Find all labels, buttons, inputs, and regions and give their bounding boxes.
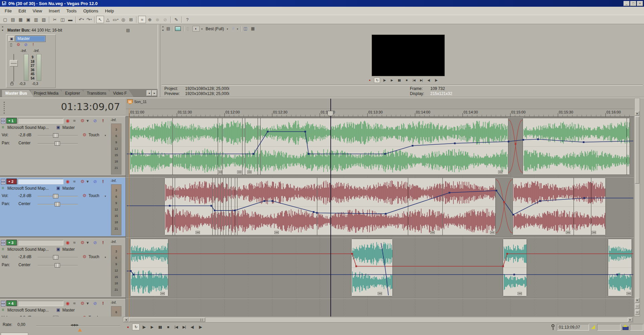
properties-button[interactable]: ▣: [24, 16, 32, 23]
pushpin-icon[interactable]: [551, 324, 554, 327]
horizontal-scrollbar[interactable]: ◄ ►: [123, 317, 633, 323]
solo-button[interactable]: !: [102, 118, 104, 123]
menu-file[interactable]: File: [1, 7, 15, 14]
video-fx-icon[interactable]: ▯: [186, 26, 189, 31]
volume-slider-handle[interactable]: [53, 255, 58, 259]
mute-button[interactable]: ⊘: [93, 301, 97, 306]
routing-icon[interactable]: ≡: [2, 247, 4, 251]
import-media-button[interactable]: ▥: [32, 16, 40, 23]
play-from-start-button[interactable]: |▶: [381, 78, 387, 83]
scrollbar-thumb[interactable]: [129, 318, 205, 322]
track-view-canvas[interactable]: [126, 117, 634, 317]
loop-playback-button[interactable]: ↻: [374, 78, 380, 83]
paste-button[interactable]: ▬: [66, 16, 74, 23]
tab-video-f[interactable]: Video F: [110, 90, 133, 97]
track-fx-button[interactable]: ⚙: [80, 179, 85, 184]
go-to-start-button[interactable]: |◀: [411, 78, 417, 83]
chevron-down-icon[interactable]: ▾: [83, 18, 84, 21]
mute-button[interactable]: ⊘: [93, 240, 97, 245]
track-fx-button[interactable]: ⚙: [80, 240, 85, 245]
record-arm-button[interactable]: ◉: [66, 301, 69, 306]
restore-track-button[interactable]: [1, 304, 5, 306]
track-name-field[interactable]: [18, 240, 63, 245]
auto-ripple-button[interactable]: ⊕: [146, 16, 154, 23]
master-bus-name-field[interactable]: Master: [16, 36, 45, 42]
track-envelope-button[interactable]: ≈: [73, 118, 75, 123]
bus-button[interactable]: ▣: [56, 125, 60, 130]
automation-settings-icon[interactable]: ⚙: [83, 254, 87, 259]
record-arm-button[interactable]: ◉: [66, 179, 69, 184]
save-button[interactable]: ▦: [17, 16, 24, 23]
normal-edit-tool-button[interactable]: ↖: [96, 16, 104, 23]
bus-properties-icon[interactable]: ▤: [126, 28, 130, 33]
routing-icon[interactable]: ≡: [2, 125, 4, 130]
tab-explorer[interactable]: Explorer: [62, 90, 87, 97]
solo-button[interactable]: !: [102, 179, 104, 184]
scroll-down-button[interactable]: ▼: [635, 298, 639, 303]
next-frame-button[interactable]: |▶: [197, 324, 204, 330]
restore-track-button[interactable]: [1, 182, 5, 185]
selection-length-field[interactable]: [630, 324, 643, 331]
marker-tag[interactable]: 11: [127, 99, 133, 104]
chevron-down-icon[interactable]: ▾: [105, 256, 106, 259]
chevron-down-icon[interactable]: ▾: [201, 28, 203, 31]
automation-mode-label[interactable]: Touch: [89, 193, 99, 198]
close-button[interactable]: ×: [637, 1, 643, 6]
play-button[interactable]: ▶: [148, 324, 156, 330]
dim-output-button[interactable]: !: [31, 42, 36, 47]
automation-mode-label[interactable]: Touch: [89, 133, 99, 137]
close-icon[interactable]: ×: [162, 26, 164, 29]
pan-slider-handle[interactable]: [55, 263, 60, 268]
lock-icon[interactable]: [10, 83, 13, 85]
stop-button[interactable]: ■: [164, 324, 172, 330]
record-button[interactable]: ●: [124, 324, 131, 330]
minimize-track-button[interactable]: [1, 118, 5, 121]
scroll-left-button[interactable]: ◄: [124, 318, 128, 322]
restore-track-button[interactable]: [1, 121, 5, 124]
thumb-grip[interactable]: [200, 319, 204, 321]
chevron-down-icon[interactable]: ▾: [117, 18, 118, 21]
cursor-time-display[interactable]: 01:13:09,07: [34, 101, 120, 114]
mute-button[interactable]: ⊘: [23, 42, 29, 47]
envelope-edit-tool-button[interactable]: △: [104, 16, 112, 23]
mute-button[interactable]: ⊘: [93, 118, 97, 123]
ignore-event-grouping-button[interactable]: ⊘: [161, 16, 169, 23]
automation-settings-icon[interactable]: ⚙: [83, 132, 87, 137]
track-fx-button[interactable]: ⚙: [80, 301, 85, 306]
lock-envelopes-to-events-button[interactable]: ⊗: [154, 16, 161, 23]
tab-transitions[interactable]: Transitions: [84, 90, 113, 97]
automation-settings-icon[interactable]: ⚙: [83, 315, 87, 317]
volume-slider-handle[interactable]: [53, 316, 58, 317]
track-name-field[interactable]: [18, 301, 63, 306]
pause-button[interactable]: ▮▮: [396, 78, 402, 83]
automation-mode-label[interactable]: Touch: [89, 254, 99, 259]
play-button[interactable]: ▶: [389, 78, 395, 83]
bus-button[interactable]: ▣: [56, 186, 60, 190]
zoom-edit-tool-button[interactable]: ◎: [119, 16, 127, 23]
automation-settings-button[interactable]: ⚙: [16, 42, 21, 47]
playhead-handle[interactable]: [327, 111, 333, 116]
time-ruler[interactable]: 01:11:0001:11:3001:12:0001:12:3001:13:00…: [126, 109, 634, 117]
preview-menu-icon[interactable]: ▤: [166, 26, 170, 31]
automation-settings-icon[interactable]: ⚙: [83, 193, 87, 198]
previous-frame-button[interactable]: ◀|: [426, 78, 432, 83]
copy-button[interactable]: ◫: [59, 16, 66, 23]
whats-this-help-button[interactable]: ?: [183, 16, 191, 23]
device-name[interactable]: Microsoft Sound Map...: [7, 125, 49, 130]
device-name[interactable]: Microsoft Sound Map...: [7, 247, 49, 252]
previous-frame-button[interactable]: ◀|: [189, 324, 196, 330]
mute-button[interactable]: ⊘: [93, 179, 97, 184]
stop-button[interactable]: ■: [404, 78, 410, 83]
restore-track-button[interactable]: [1, 243, 5, 246]
maximize-button[interactable]: □: [630, 1, 636, 6]
rate-marker-icon[interactable]: [78, 328, 82, 332]
marker-bar[interactable]: 11 Son_11: [126, 98, 634, 109]
track-fx-button[interactable]: ⚙: [80, 118, 85, 123]
menu-help[interactable]: Help: [102, 7, 117, 14]
chevron-down-icon[interactable]: ▾: [227, 28, 228, 31]
overlay-grid-icon[interactable]: #: [232, 26, 234, 31]
external-monitor-icon[interactable]: [175, 27, 181, 31]
volume-slider-handle[interactable]: [53, 133, 58, 138]
track-envelope-button[interactable]: ≈: [73, 179, 75, 184]
track-name-field[interactable]: [18, 179, 63, 184]
